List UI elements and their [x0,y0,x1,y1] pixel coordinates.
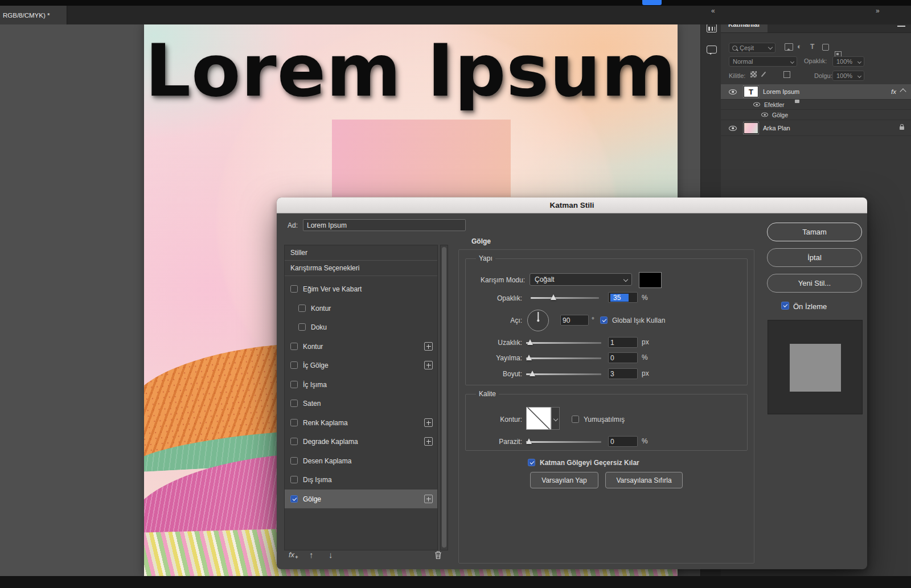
document-tab[interactable]: RGB/8/CMYK) * [0,6,67,24]
ok-button[interactable]: Tamam [767,223,862,241]
size-slider[interactable] [526,370,601,378]
lock-transparency-icon[interactable] [750,71,757,77]
filter-kind-type-icon[interactable]: T [810,43,814,50]
lock-paint-icon[interactable] [761,72,766,77]
filter-kind-image-icon[interactable] [785,43,793,51]
style-checkbox[interactable] [290,476,298,483]
slider-thumb[interactable] [530,371,535,376]
blending-options-item[interactable]: Karıştırma Seçenekleri [285,261,437,276]
distance-slider[interactable] [526,339,601,347]
style-checkbox[interactable] [290,381,298,388]
move-effect-up-icon[interactable]: ↑ [309,550,314,560]
style-checkbox[interactable] [290,419,298,426]
style-name-input[interactable] [303,219,466,231]
style-checkbox-checked[interactable] [290,495,298,503]
style-item-texture[interactable]: Doku [285,318,437,336]
style-checkbox[interactable] [290,343,298,350]
collapse-effects-icon[interactable] [900,88,906,94]
antialiased-checkbox[interactable] [572,416,579,423]
background-layer-thumbnail[interactable] [744,122,758,134]
style-item-color-overlay[interactable]: Renk Kaplama [285,413,437,432]
visibility-eye-icon[interactable] [729,126,737,131]
opacity-slider[interactable] [531,294,599,302]
contour-picker[interactable] [526,407,551,430]
dialog-title[interactable]: Katman Stili [277,198,867,213]
style-item-contour-sub[interactable]: Kontur [285,299,437,318]
slider-thumb[interactable] [526,355,532,360]
add-instance-icon[interactable] [424,418,433,427]
comments-panel-icon[interactable] [707,46,717,54]
style-checkbox[interactable] [290,400,298,407]
style-item-outer-glow[interactable]: Dış Işıma [285,470,437,489]
style-checkbox[interactable] [298,323,306,331]
add-instance-icon[interactable] [424,437,433,446]
delete-effect-icon[interactable] [434,550,442,561]
blend-mode-select[interactable]: Normal [729,56,797,67]
style-checkbox[interactable] [290,438,298,445]
add-instance-icon[interactable] [424,361,433,369]
opacity-value-field[interactable]: 35 [608,292,638,303]
styles-header[interactable]: Stiller [285,245,437,261]
style-item-bevel-emboss[interactable]: Eğim Ver ve Kabart [285,279,437,298]
share-button[interactable] [642,0,662,5]
document-tab-label: RGB/8/CMYK) * [3,12,50,19]
layer-fx-badge[interactable]: fx [891,88,896,95]
size-value-field[interactable]: 3 [608,368,638,379]
style-checkbox[interactable] [290,285,298,293]
visibility-eye-icon[interactable] [729,89,737,94]
move-effect-down-icon[interactable]: ↓ [329,550,333,560]
add-effect-fx-icon[interactable]: fx+ [289,550,297,559]
style-checkbox[interactable] [298,305,306,312]
text-layer-thumbnail[interactable]: T [744,86,758,97]
layer-row-drop-shadow[interactable]: Gölge [721,110,911,120]
properties-panel-icon[interactable] [707,24,717,32]
layer-row-effects[interactable]: Efektler [721,100,911,110]
visibility-eye-icon[interactable] [761,113,768,117]
cancel-button[interactable]: İptal [767,248,862,267]
filter-kind-shape-icon[interactable] [822,44,829,51]
contour-dropdown-icon[interactable] [551,407,560,430]
slider-thumb[interactable] [526,438,532,444]
scrollbar-thumb[interactable] [442,247,446,548]
shadow-blend-mode-select[interactable]: Çoğalt [530,273,632,286]
angle-dial[interactable] [527,310,549,331]
noise-value-field[interactable]: 0 [608,436,638,447]
fill-select[interactable]: 100% [832,71,864,81]
slider-thumb[interactable] [551,294,556,300]
distance-value-field[interactable]: 1 [608,337,638,348]
style-item-pattern-overlay[interactable]: Desen Kaplama [285,451,437,470]
layer-row-lorem-ipsum[interactable]: T Lorem Ipsum fx [721,84,911,100]
style-item-satin[interactable]: Saten [285,394,437,413]
layer-lock-icon [900,126,904,130]
make-default-button[interactable]: Varsayılan Yap [530,472,598,488]
layer-filter-dropdown[interactable]: Çeşit [729,43,775,53]
add-instance-icon[interactable] [424,342,433,351]
style-checkbox[interactable] [290,361,298,369]
angle-value-field[interactable]: 90 [560,315,589,326]
opacity-select[interactable]: 100% [832,56,864,67]
layer-row-background[interactable]: Arka Plan [721,121,911,136]
lock-artboard-icon[interactable] [783,71,790,78]
new-style-button[interactable]: Yeni Stil... [767,274,862,293]
spread-slider[interactable] [526,354,601,362]
noise-slider[interactable] [526,438,601,446]
style-item-drop-shadow[interactable]: Gölge [285,490,437,508]
global-light-checkbox[interactable] [600,316,608,324]
expand-dock-icon[interactable]: » [876,7,880,15]
add-instance-icon[interactable] [424,495,433,503]
styles-list-scrollbar[interactable] [440,245,448,550]
style-item-gradient-overlay[interactable]: Degrade Kaplama [285,432,437,451]
spread-value-field[interactable]: 0 [608,352,638,363]
filter-kind-adjustment-icon[interactable]: ◐ [797,43,802,50]
style-item-inner-shadow[interactable]: İç Gölge [285,356,437,375]
visibility-eye-icon[interactable] [753,102,760,107]
reset-default-button[interactable]: Varsayılana Sıfırla [605,472,683,488]
style-item-stroke[interactable]: Kontur [285,337,437,356]
slider-thumb[interactable] [527,339,533,345]
shadow-color-swatch[interactable] [639,272,662,288]
style-checkbox[interactable] [290,457,298,464]
style-item-inner-glow[interactable]: İç Işıma [285,375,437,394]
collapse-dock-icon[interactable]: « [711,7,715,15]
knockout-checkbox[interactable] [528,459,535,466]
preview-checkbox[interactable] [781,302,789,310]
